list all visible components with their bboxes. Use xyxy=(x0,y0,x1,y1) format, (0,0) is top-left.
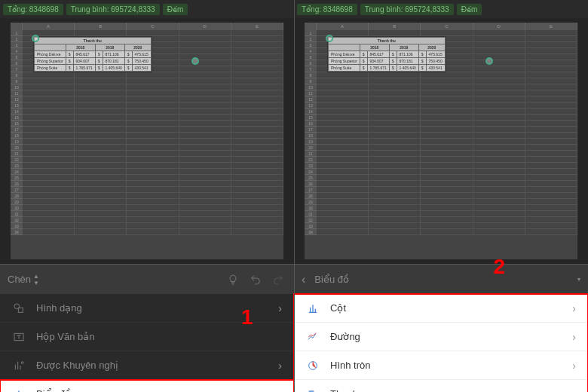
collapse-icon[interactable]: ▾ xyxy=(577,276,580,283)
recommended-chart-icon xyxy=(12,359,26,372)
data-table[interactable]: Thanh thu 201820192020 Phòng Deluxe$845.… xyxy=(33,36,152,72)
dropdown-caret-icon[interactable]: ▲▼ xyxy=(33,273,39,286)
stat-total: Tổng: 8348698 xyxy=(3,4,63,15)
selection-handle-tl[interactable] xyxy=(32,35,39,42)
status-bar: Tổng: 8348698 Trung bình: 695724,8333 Đế… xyxy=(294,0,588,18)
left-panel: Tổng: 8348698 Trung bình: 695724,8333 Đế… xyxy=(0,0,294,392)
toolbar-title[interactable]: Chèn xyxy=(8,274,31,285)
chart-type-menu: Cột› Đường› Hình tròn› Thanh› Vùng› xyxy=(294,294,588,392)
chart-toolbar: ‹ Biểu đồ ▾ xyxy=(294,264,588,294)
chart-type-line[interactable]: Đường› xyxy=(294,323,588,351)
pie-chart-icon xyxy=(306,359,320,372)
status-bar: Tổng: 8348698 Trung bình: 695724,8333 Đế… xyxy=(0,0,294,18)
chevron-right-icon: › xyxy=(278,302,282,314)
spreadsheet-area[interactable]: A B C D E document.write(Array.from({len… xyxy=(294,18,588,264)
right-panel: Tổng: 8348698 Trung bình: 695724,8333 Đế… xyxy=(294,0,588,392)
chevron-right-icon: › xyxy=(572,302,576,314)
shapes-icon xyxy=(12,302,26,315)
chevron-right-icon: › xyxy=(278,360,282,372)
annotation-1: 1 xyxy=(241,305,253,329)
stat-count: Đếm xyxy=(163,4,188,15)
stat-avg: Trung bình: 695724,8333 xyxy=(360,4,454,15)
textbox-icon xyxy=(12,330,26,344)
chart-type-bar[interactable]: Thanh› xyxy=(294,380,588,392)
chart-type-pie[interactable]: Hình tròn› xyxy=(294,351,588,380)
back-icon[interactable]: ‹ xyxy=(302,273,305,286)
svg-point-3 xyxy=(21,361,23,363)
chevron-right-icon: › xyxy=(278,388,282,393)
column-chart-icon xyxy=(306,302,320,315)
menu-item-recommended[interactable]: Được Khuyên nghị› xyxy=(0,351,294,380)
selection-handle-br[interactable] xyxy=(191,57,199,65)
stat-avg: Trung bình: 695724,8333 xyxy=(66,4,160,15)
bulb-icon[interactable] xyxy=(225,271,241,288)
toolbar-title: Biểu đồ xyxy=(314,274,349,285)
selection-handle-br[interactable] xyxy=(485,57,493,65)
stat-total: Tổng: 8348698 xyxy=(297,4,357,15)
insert-toolbar: Chèn ▲▼ xyxy=(0,264,294,294)
redo-icon[interactable] xyxy=(270,271,286,288)
menu-item-chart[interactable]: Biểu đồ› xyxy=(0,380,294,392)
spreadsheet-area[interactable]: A B C D E document.write(Array.from({len… xyxy=(0,18,294,264)
selection-handle-tl[interactable] xyxy=(326,35,333,42)
chart-type-column[interactable]: Cột› xyxy=(294,294,588,323)
bar-chart-icon xyxy=(306,387,320,393)
line-chart-icon xyxy=(306,330,320,344)
svg-rect-1 xyxy=(18,308,23,312)
undo-icon[interactable] xyxy=(247,271,264,288)
chevron-right-icon: › xyxy=(572,331,576,343)
chart-icon xyxy=(12,387,26,393)
chevron-right-icon: › xyxy=(572,388,576,393)
annotation-2: 2 xyxy=(493,255,505,279)
stat-count: Đếm xyxy=(457,4,482,15)
chevron-right-icon: › xyxy=(572,360,576,372)
data-table[interactable]: Thanh thu 201820192020 Phòng Deluxe$845.… xyxy=(327,36,446,72)
